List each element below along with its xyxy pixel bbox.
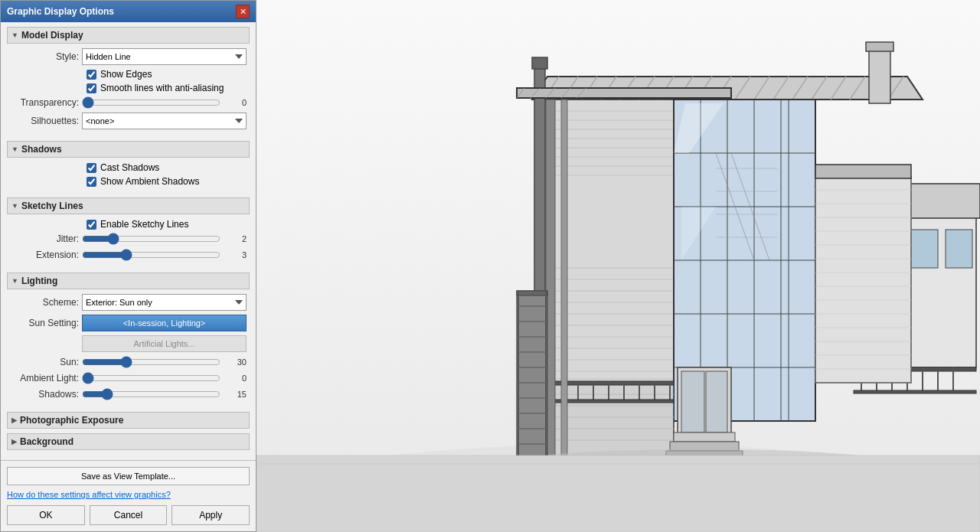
- svg-rect-87: [869, 46, 890, 103]
- smooth-lines-label: Smooth lines with anti-aliasing: [100, 83, 224, 93]
- save-template-button[interactable]: Save as View Template...: [7, 467, 250, 485]
- apply-button[interactable]: Apply: [172, 505, 250, 525]
- artificial-lights-button[interactable]: Artificial Lights...: [82, 335, 247, 352]
- svg-rect-95: [540, 381, 674, 385]
- dialog-content: ▼ Model Display Style: Hidden Line Wiref…: [1, 22, 256, 460]
- svg-marker-116: [517, 88, 731, 98]
- dialog-bottom: Save as View Template... How do these se…: [1, 460, 256, 531]
- ambient-shadows-row: Show Ambient Shadows: [10, 176, 247, 187]
- sun-row: Sun: 30: [10, 356, 247, 368]
- svg-rect-144: [256, 463, 980, 465]
- sun-setting-button[interactable]: <In-session, Lighting>: [82, 315, 247, 331]
- cast-shadows-label: Cast Shadows: [100, 162, 159, 173]
- lighting-shadows-label: Shadows:: [10, 389, 79, 400]
- extension-value: 3: [224, 250, 247, 259]
- jitter-slider[interactable]: [82, 233, 220, 245]
- enable-sketchy-checkbox[interactable]: [87, 220, 96, 230]
- svg-rect-70: [815, 176, 911, 383]
- svg-rect-111: [681, 371, 704, 432]
- lighting-shadows-slider[interactable]: [82, 388, 220, 400]
- transparency-slider[interactable]: [82, 96, 220, 109]
- graphic-display-dialog: Graphic Display Options ✕ ▼ Model Displa…: [0, 0, 256, 532]
- svg-rect-109: [532, 57, 547, 69]
- svg-rect-113: [674, 432, 735, 442]
- dialog-title: Graphic Display Options: [7, 6, 114, 17]
- building-illustration: [256, 0, 980, 532]
- sun-slider[interactable]: [82, 356, 220, 368]
- background-arrow: ▶: [11, 438, 17, 446]
- cast-shadows-row: Cast Shadows: [10, 162, 247, 173]
- jitter-row: Jitter: 2: [10, 233, 247, 245]
- show-edges-row: Show Edges: [10, 69, 247, 80]
- jitter-label: Jitter:: [10, 233, 79, 244]
- enable-sketchy-label: Enable Sketchy Lines: [100, 219, 188, 230]
- photographic-label: Photographic Exposure: [20, 415, 123, 426]
- svg-rect-6: [907, 230, 938, 268]
- sun-label: Sun:: [10, 357, 79, 367]
- background-label: Background: [20, 436, 74, 447]
- lighting-section-header[interactable]: ▼ Lighting: [7, 273, 250, 289]
- ambient-light-row: Ambient Light: 0: [10, 372, 247, 384]
- sun-value: 30: [224, 357, 247, 367]
- sun-setting-row: Sun Setting: <In-session, Lighting>: [10, 315, 247, 331]
- transparency-label: Transparency:: [10, 97, 79, 108]
- smooth-lines-checkbox[interactable]: [87, 83, 96, 93]
- svg-rect-105: [540, 400, 674, 403]
- show-edges-label: Show Edges: [100, 69, 152, 80]
- photographic-section-header[interactable]: ▶ Photographic Exposure: [7, 412, 250, 429]
- lighting-content: Scheme: Exterior: Sun only Interior: Sun…: [7, 292, 250, 407]
- svg-rect-37: [540, 100, 678, 383]
- extension-slider[interactable]: [82, 249, 220, 261]
- shadows-arrow: ▼: [11, 145, 18, 153]
- ambient-shadows-checkbox[interactable]: [87, 177, 96, 187]
- lighting-label: Lighting: [21, 276, 57, 286]
- svg-rect-86: [815, 165, 911, 178]
- cancel-button[interactable]: Cancel: [90, 505, 168, 525]
- scheme-dropdown[interactable]: Exterior: Sun only Interior: Sun and Art…: [82, 294, 247, 311]
- close-button[interactable]: ✕: [236, 5, 250, 18]
- ok-button[interactable]: OK: [7, 505, 85, 525]
- svg-rect-107: [561, 100, 567, 459]
- cast-shadows-checkbox[interactable]: [87, 163, 96, 173]
- svg-rect-88: [866, 42, 893, 51]
- transparency-value: 0: [224, 98, 247, 107]
- smooth-lines-row: Smooth lines with anti-aliasing: [10, 83, 247, 93]
- shadows-content: Cast Shadows Show Ambient Shadows: [7, 161, 250, 193]
- silhouettes-dropdown[interactable]: <none> 1 pt 2 pt 3 pt 4 pt: [82, 113, 247, 129]
- style-dropdown[interactable]: Hidden Line Wireframe Shaded Consistent …: [82, 48, 247, 65]
- artificial-lights-row: Artificial Lights...: [10, 335, 247, 352]
- svg-rect-143: [256, 455, 980, 532]
- sun-setting-label: Sun Setting:: [10, 318, 79, 328]
- action-buttons: OK Cancel Apply: [7, 505, 250, 525]
- help-link[interactable]: How do these settings affect view graphi…: [7, 490, 250, 499]
- svg-rect-123: [517, 291, 547, 459]
- ambient-shadows-label: Show Ambient Shadows: [100, 176, 199, 187]
- style-row: Style: Hidden Line Wireframe Shaded Cons…: [10, 48, 247, 65]
- svg-rect-112: [706, 371, 727, 432]
- lighting-arrow: ▼: [11, 277, 18, 285]
- dialog-titlebar: Graphic Display Options ✕: [1, 1, 256, 22]
- photographic-arrow: ▶: [11, 416, 17, 424]
- scheme-row: Scheme: Exterior: Sun only Interior: Sun…: [10, 294, 247, 311]
- sketchy-lines-label: Sketchy Lines: [21, 201, 83, 211]
- transparency-row: Transparency: 0: [10, 96, 247, 109]
- jitter-value: 2: [224, 234, 247, 243]
- sketchy-lines-content: Enable Sketchy Lines Jitter: 2 Extension…: [7, 217, 250, 268]
- style-label: Style:: [10, 51, 79, 62]
- silhouettes-label: Silhouettes:: [10, 116, 79, 126]
- show-edges-checkbox[interactable]: [87, 70, 96, 80]
- svg-rect-124: [517, 291, 547, 295]
- ambient-light-value: 0: [224, 374, 247, 383]
- lighting-shadows-row: Shadows: 15: [10, 388, 247, 400]
- lighting-shadows-value: 15: [224, 390, 247, 399]
- ambient-light-slider[interactable]: [82, 372, 220, 384]
- svg-rect-16: [854, 390, 976, 393]
- model-display-section-header[interactable]: ▼ Model Display: [7, 27, 250, 44]
- sketchy-lines-arrow: ▼: [11, 202, 18, 210]
- background-section-header[interactable]: ▶ Background: [7, 433, 250, 450]
- scheme-label: Scheme:: [10, 297, 79, 308]
- model-display-content: Style: Hidden Line Wireframe Shaded Cons…: [7, 47, 250, 136]
- sketchy-lines-section-header[interactable]: ▼ Sketchy Lines: [7, 197, 250, 214]
- enable-sketchy-row: Enable Sketchy Lines: [10, 219, 247, 230]
- shadows-section-header[interactable]: ▼ Shadows: [7, 141, 250, 158]
